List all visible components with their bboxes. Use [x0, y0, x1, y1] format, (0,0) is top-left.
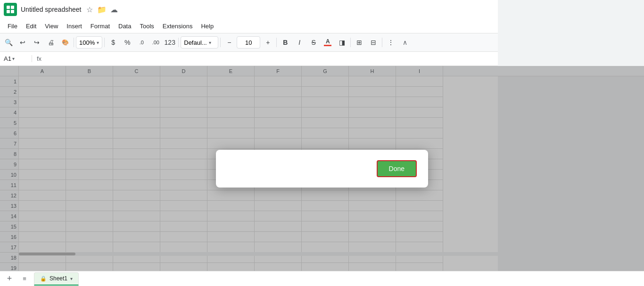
- decrease-decimal-button[interactable]: .0: [135, 36, 148, 49]
- text-color-button[interactable]: A: [321, 36, 334, 49]
- percent-button[interactable]: %: [121, 36, 134, 49]
- zoom-value: 100%: [79, 39, 95, 46]
- search-button[interactable]: 🔍: [2, 36, 15, 49]
- fx-label: fx: [34, 55, 44, 62]
- spreadsheet-title[interactable]: Untitled spreadsheet: [21, 6, 81, 13]
- merge-cells-button[interactable]: ⊟: [367, 36, 380, 49]
- cell-ref-value: A1: [4, 55, 11, 62]
- menu-help[interactable]: Help: [197, 21, 217, 32]
- menu-tools[interactable]: Tools: [136, 21, 157, 32]
- font-size-increase-button[interactable]: +: [261, 36, 274, 49]
- italic-button[interactable]: I: [293, 36, 306, 49]
- font-size-value: 10: [245, 39, 252, 46]
- sheet-tab-1[interactable]: 🔒 Sheet1 ▾: [34, 272, 79, 286]
- cell-ref-arrow: ▾: [12, 56, 15, 61]
- menu-insert[interactable]: Insert: [63, 21, 86, 32]
- add-sheet-button[interactable]: +: [4, 273, 15, 285]
- star-icon[interactable]: ☆: [85, 5, 94, 14]
- app-icon: [4, 3, 17, 16]
- text-color-letter: A: [326, 39, 330, 44]
- strikethrough-button[interactable]: S: [307, 36, 320, 49]
- folder-icon[interactable]: 📁: [97, 5, 107, 14]
- chevron-up-icon: ∧: [403, 39, 407, 46]
- dialog: Done: [216, 150, 428, 188]
- number-format-button[interactable]: 123: [163, 36, 176, 49]
- sheet-lock-icon: 🔒: [40, 276, 47, 282]
- title-icons: ☆ 📁 ☁: [85, 5, 119, 14]
- borders-button[interactable]: ⊞: [353, 36, 366, 49]
- toolbar-separator-4: [220, 38, 221, 47]
- text-color-bar: [324, 45, 331, 46]
- sheet-tab-name: Sheet1: [50, 275, 67, 282]
- sheets-menu-button[interactable]: ≡: [19, 273, 30, 285]
- bold-button[interactable]: B: [279, 36, 292, 49]
- cloud-icon[interactable]: ☁: [109, 5, 119, 14]
- toolbar-separator-1: [74, 38, 74, 47]
- sheet-container: 1 2 3 4 5 6 7 8 9 10 11 12 13 14 15 16 1…: [0, 66, 644, 271]
- redo-button[interactable]: ↪: [30, 36, 43, 49]
- toolbar-separator-7: [382, 38, 382, 47]
- font-family-select[interactable]: Defaul... ▾: [181, 36, 218, 49]
- collapse-toolbar-button[interactable]: ∧: [398, 36, 412, 49]
- undo-button[interactable]: ↩: [16, 36, 29, 49]
- bottom-bar: + ≡ 🔒 Sheet1 ▾: [0, 271, 644, 286]
- print-button[interactable]: 🖨: [44, 36, 58, 49]
- zoom-control[interactable]: 100% ▾: [76, 36, 102, 49]
- menu-file[interactable]: File: [4, 21, 21, 32]
- menu-format[interactable]: Format: [87, 21, 114, 32]
- menu-view[interactable]: View: [41, 21, 62, 32]
- more-options-button[interactable]: ⋮: [384, 36, 397, 49]
- fill-color-button[interactable]: ◨: [335, 36, 348, 49]
- toolbar-separator-6: [350, 38, 351, 47]
- toolbar-separator-5: [276, 38, 277, 47]
- sheet-tab-arrow: ▾: [70, 276, 73, 281]
- font-family-arrow: ▾: [209, 40, 211, 45]
- increase-decimal-button[interactable]: .00: [149, 36, 162, 49]
- zoom-arrow: ▾: [97, 40, 99, 45]
- done-button[interactable]: Done: [377, 160, 417, 177]
- toolbar-separator-2: [104, 38, 105, 47]
- menu-data[interactable]: Data: [115, 21, 135, 32]
- toolbar-separator-3: [178, 38, 179, 47]
- menu-extensions[interactable]: Extensions: [159, 21, 197, 32]
- font-size-input[interactable]: 10: [237, 36, 260, 49]
- currency-button[interactable]: $: [107, 36, 120, 49]
- font-family-value: Defaul...: [184, 39, 206, 46]
- menu-edit[interactable]: Edit: [22, 21, 40, 32]
- cell-reference-box[interactable]: A1 ▾: [4, 55, 32, 62]
- paint-format-button[interactable]: 🎨: [58, 36, 72, 49]
- font-size-decrease-button[interactable]: −: [223, 36, 236, 49]
